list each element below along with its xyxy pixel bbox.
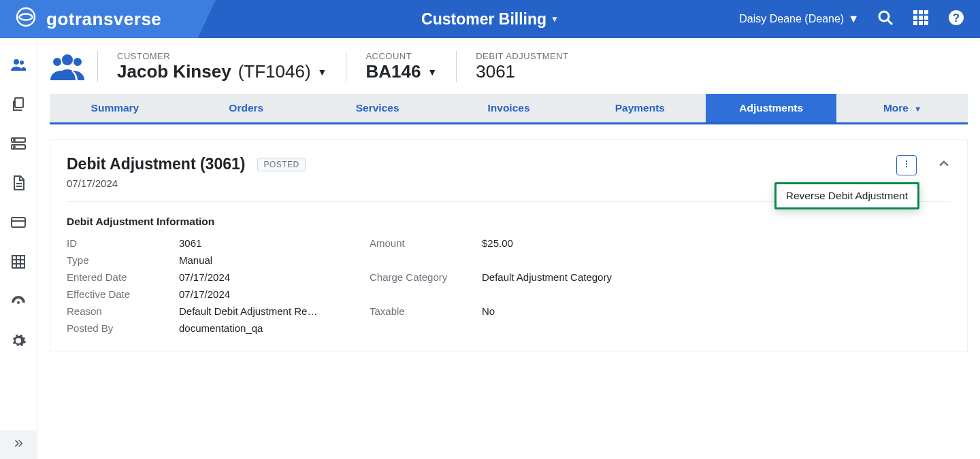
- value-effective-date: 07/17/2024: [179, 288, 322, 300]
- account-label: ACCOUNT: [365, 51, 437, 61]
- adjustment-value: 3061: [476, 61, 515, 82]
- adjustment-label: DEBIT ADJUSTMENT: [476, 51, 568, 61]
- sidebar-item-settings[interactable]: [0, 322, 37, 362]
- info-col-right: Amount $25.00 Charge Category Default Ad…: [370, 237, 632, 334]
- tab-more-label: More: [883, 102, 909, 114]
- shell: CUSTOMER Jacob Kinsey (TF1046) ▼ ACCOUNT…: [0, 38, 980, 459]
- tab-services[interactable]: Services: [312, 94, 444, 122]
- brand[interactable]: gotransverse: [15, 6, 161, 33]
- top-title-text: Customer Billing: [421, 10, 546, 29]
- card-actions-menu-button[interactable]: [896, 155, 917, 175]
- card-header: Debit Adjustment (3061) POSTED 07/17/202…: [67, 155, 951, 189]
- tab-summary[interactable]: Summary: [50, 94, 181, 122]
- brand-text: gotransverse: [46, 9, 161, 30]
- value-taxable: No: [482, 305, 625, 334]
- sidebar-item-calc[interactable]: [0, 243, 37, 283]
- section-title: Debit Adjustment Information: [67, 216, 951, 228]
- context-customer: CUSTOMER Jacob Kinsey (TF1046) ▼: [97, 51, 346, 82]
- svg-rect-7: [919, 16, 923, 20]
- calculator-icon: [10, 254, 27, 273]
- label-effective-date: Effective Date: [67, 288, 179, 300]
- svg-point-31: [62, 54, 73, 65]
- info-grid: ID 3061 Type Manual Entered Date 07/17/2…: [67, 237, 951, 334]
- caret-down-icon: ▼: [551, 14, 559, 24]
- sidebar-item-file[interactable]: [0, 165, 37, 204]
- svg-rect-8: [924, 16, 928, 20]
- search-button[interactable]: [877, 10, 894, 28]
- svg-rect-25: [12, 256, 24, 268]
- card-actions: Reverse Debit Adjustment: [896, 155, 951, 175]
- top-actions: Daisy Deane (Deane) ▼ ?: [739, 10, 965, 28]
- customer-label: CUSTOMER: [117, 51, 327, 61]
- help-icon: ?: [948, 10, 964, 29]
- adjustment-card: Debit Adjustment (3061) POSTED 07/17/202…: [50, 139, 968, 352]
- caret-down-icon: ▼: [318, 67, 327, 78]
- caret-down-icon: ▼: [848, 13, 859, 25]
- label-taxable: Taxable: [370, 305, 482, 334]
- label-amount: Amount: [370, 237, 482, 266]
- tab-adjustments[interactable]: Adjustments: [706, 94, 837, 122]
- users-icon: [10, 56, 27, 75]
- customer-large-icon: [50, 49, 85, 84]
- card-date: 07/17/2024: [67, 177, 306, 189]
- customer-selector[interactable]: Jacob Kinsey (TF1046) ▼: [117, 61, 327, 82]
- label-id: ID: [67, 237, 179, 249]
- svg-rect-11: [924, 21, 928, 25]
- value-reason: Default Debit Adjustment Re…: [179, 305, 322, 317]
- sidebar-item-customers[interactable]: [0, 46, 37, 86]
- svg-point-20: [14, 146, 15, 148]
- status-badge: POSTED: [257, 158, 305, 171]
- svg-rect-10: [919, 21, 923, 25]
- sidebar-item-documents[interactable]: [0, 86, 37, 125]
- tab-orders[interactable]: Orders: [181, 94, 312, 122]
- account-value: BA146: [365, 61, 421, 82]
- label-reason: Reason: [67, 305, 179, 317]
- svg-rect-5: [924, 10, 928, 14]
- card-title-block: Debit Adjustment (3061) POSTED 07/17/202…: [67, 155, 306, 189]
- sidebar-item-dashboard[interactable]: [0, 283, 37, 322]
- label-charge-category: Charge Category: [370, 271, 482, 300]
- caret-down-icon: ▼: [427, 67, 437, 78]
- tab-invoices[interactable]: Invoices: [444, 94, 575, 122]
- user-name: Daisy Deane (Deane): [739, 13, 844, 25]
- svg-point-30: [17, 301, 20, 304]
- label-posted-by: Posted By: [67, 322, 179, 334]
- sidebar: [0, 38, 37, 459]
- tab-more[interactable]: More ▼: [837, 94, 968, 122]
- svg-point-36: [906, 166, 907, 167]
- value-amount: $25.00: [482, 237, 625, 266]
- svg-point-15: [20, 61, 24, 65]
- card-collapse-toggle[interactable]: [937, 157, 951, 173]
- label-entered-date: Entered Date: [67, 271, 179, 283]
- value-type: Manual: [179, 254, 322, 266]
- topbar: gotransverse Customer Billing ▼ Daisy De…: [0, 0, 980, 38]
- credit-card-icon: [10, 214, 27, 233]
- svg-point-1: [879, 12, 889, 21]
- chevron-right-double-icon: [12, 437, 24, 452]
- apps-button[interactable]: [912, 10, 930, 28]
- account-selector[interactable]: BA146 ▼: [365, 61, 437, 82]
- tab-payments[interactable]: Payments: [574, 94, 706, 122]
- svg-point-33: [74, 58, 82, 66]
- svg-rect-16: [15, 98, 23, 107]
- svg-point-35: [906, 163, 907, 165]
- svg-point-19: [14, 139, 15, 141]
- user-menu[interactable]: Daisy Deane (Deane) ▼: [739, 13, 859, 25]
- menu-item-reverse-debit-adjustment[interactable]: Reverse Debit Adjustment: [786, 190, 908, 202]
- card-title: Debit Adjustment (3061): [67, 155, 245, 173]
- svg-rect-3: [913, 10, 917, 14]
- sidebar-expand-toggle[interactable]: [0, 430, 37, 459]
- context-bar: CUSTOMER Jacob Kinsey (TF1046) ▼ ACCOUNT…: [50, 49, 968, 91]
- adjustment-value-wrap: 3061: [476, 61, 568, 82]
- value-charge-category: Default Adjustment Category: [482, 271, 625, 300]
- sidebar-item-servers[interactable]: [0, 125, 37, 165]
- svg-rect-23: [12, 218, 25, 227]
- context-adjustment: DEBIT ADJUSTMENT 3061: [456, 51, 587, 82]
- sidebar-item-payments[interactable]: [0, 204, 37, 243]
- svg-rect-4: [919, 10, 923, 14]
- help-button[interactable]: ?: [947, 10, 965, 28]
- gauge-icon: [10, 293, 27, 312]
- brand-logo-icon: [15, 6, 37, 33]
- top-title-dropdown[interactable]: Customer Billing ▼: [421, 10, 559, 29]
- tabs: Summary Orders Services Invoices Payment…: [50, 94, 968, 122]
